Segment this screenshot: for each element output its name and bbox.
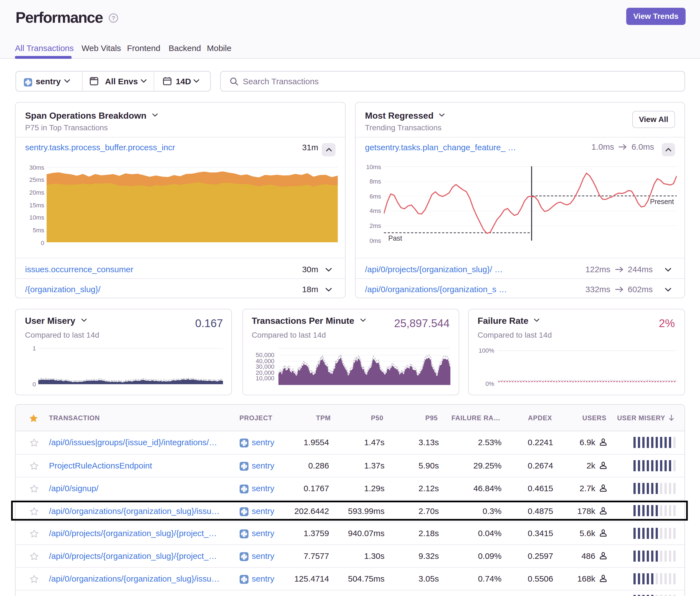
svg-text:?: ? (112, 15, 116, 21)
